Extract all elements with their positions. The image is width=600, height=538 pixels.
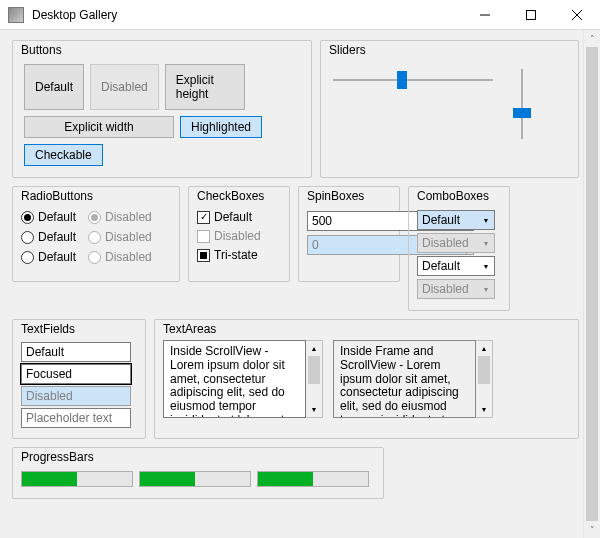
combobox-editable[interactable]: Default▼: [417, 256, 495, 276]
slider-track: [333, 79, 493, 81]
default-button[interactable]: Default: [24, 64, 84, 110]
checkbox-icon: ✓: [197, 211, 210, 224]
scroll-track[interactable]: [476, 356, 492, 402]
button-label: Disabled: [101, 80, 148, 94]
button-label: Default: [35, 80, 73, 94]
group-label: TextAreas: [161, 322, 218, 336]
checkbox-label: Tri-state: [214, 248, 258, 262]
radio-label: Default: [38, 230, 76, 244]
close-button[interactable]: [554, 0, 600, 30]
group-buttons: Buttons Default Disabled Explicit height…: [12, 40, 312, 178]
chevron-down-icon: ▼: [478, 234, 494, 252]
scrollbar[interactable]: ▲ ▼: [306, 340, 323, 418]
group-label: Sliders: [327, 43, 368, 57]
checkbox-option[interactable]: ✓Default: [197, 208, 281, 226]
textfield-focused[interactable]: [21, 364, 131, 384]
radio-icon: [88, 231, 101, 244]
titlebar: Desktop Gallery: [0, 0, 600, 30]
progressbar: [257, 471, 369, 487]
app-icon: [8, 7, 24, 23]
checkbox-option[interactable]: Tri-state: [197, 246, 281, 264]
radio-option-disabled: Disabled: [88, 208, 152, 226]
highlighted-button[interactable]: Highlighted: [180, 116, 262, 138]
radio-icon: [88, 211, 101, 224]
checkable-button[interactable]: Checkable: [24, 144, 103, 166]
button-label: Highlighted: [191, 120, 251, 134]
textfield-default[interactable]: [21, 342, 131, 362]
scroll-track[interactable]: [306, 356, 322, 402]
client-area: Buttons Default Disabled Explicit height…: [0, 30, 600, 538]
radio-option[interactable]: Default: [21, 228, 76, 246]
chevron-down-icon: ▼: [478, 280, 494, 298]
radio-option-disabled: Disabled: [88, 248, 152, 266]
group-progressbars: ProgressBars: [12, 447, 384, 499]
slider-thumb[interactable]: [397, 71, 407, 89]
radio-label: Default: [38, 250, 76, 264]
disabled-button: Disabled: [90, 64, 159, 110]
main-scrollbar[interactable]: ˄ ˅: [583, 30, 600, 538]
scroll-down-icon[interactable]: ▼: [476, 402, 492, 417]
scroll-thumb[interactable]: [586, 47, 598, 521]
window-title: Desktop Gallery: [32, 8, 117, 22]
radio-label: Disabled: [105, 210, 152, 224]
group-comboboxes: ComboBoxes Default▼ Disabled▼ Default▼ D…: [408, 186, 510, 311]
combobox-value: Default: [418, 211, 478, 229]
maximize-button[interactable]: [508, 0, 554, 30]
textarea-content[interactable]: Inside ScrollView - Lorem ipsum dolor si…: [163, 340, 306, 418]
group-checkboxes: CheckBoxes ✓Default Disabled Tri-state: [188, 186, 290, 282]
radio-label: Disabled: [105, 250, 152, 264]
scroll-track[interactable]: [584, 47, 600, 521]
combobox-value: Disabled: [418, 234, 478, 252]
radio-option-disabled: Disabled: [88, 228, 152, 246]
group-textareas: TextAreas Inside ScrollView - Lorem ipsu…: [154, 319, 579, 439]
scroll-up-icon[interactable]: ▲: [476, 341, 492, 356]
checkbox-icon: [197, 230, 210, 243]
scroll-thumb[interactable]: [308, 356, 320, 384]
spinbox[interactable]: ▲▼: [307, 211, 385, 231]
textfield-disabled: [21, 386, 131, 406]
scroll-thumb[interactable]: [478, 356, 490, 384]
progressbar: [21, 471, 133, 487]
scroll-up-icon[interactable]: ˄: [584, 30, 600, 47]
radio-icon: [21, 251, 34, 264]
textfield-placeholder[interactable]: [21, 408, 131, 428]
combobox-disabled: Disabled▼: [417, 233, 495, 253]
combobox-value: Default: [418, 257, 478, 275]
radio-icon: [88, 251, 101, 264]
textarea-content[interactable]: Inside Frame and ScrollView - Lorem ipsu…: [333, 340, 476, 418]
group-label: RadioButtons: [19, 189, 95, 203]
slider-thumb[interactable]: [513, 108, 531, 118]
scroll-down-icon[interactable]: ˅: [584, 521, 600, 538]
horizontal-slider[interactable]: [333, 69, 493, 91]
explicit-width-button[interactable]: Explicit width: [24, 116, 174, 138]
combobox[interactable]: Default▼: [417, 210, 495, 230]
spinbox-disabled: ▲▼: [307, 235, 385, 255]
combobox-value: Disabled: [418, 280, 478, 298]
button-label: Explicit height: [176, 73, 234, 101]
chevron-down-icon: ▼: [478, 211, 494, 229]
group-label: Buttons: [19, 43, 64, 57]
button-label: Explicit width: [64, 120, 133, 134]
progressbar-fill: [140, 472, 195, 486]
explicit-height-button[interactable]: Explicit height: [165, 64, 245, 110]
radio-option[interactable]: Default: [21, 248, 76, 266]
group-spinboxes: SpinBoxes ▲▼ ▲▼: [298, 186, 400, 282]
radio-label: Default: [38, 210, 76, 224]
textarea-scrollview: Inside ScrollView - Lorem ipsum dolor si…: [163, 340, 323, 418]
progressbar-fill: [22, 472, 77, 486]
scroll-up-icon[interactable]: ▲: [306, 341, 322, 356]
vertical-slider[interactable]: [511, 69, 533, 139]
chevron-down-icon: ▼: [478, 257, 494, 275]
group-label: ComboBoxes: [415, 189, 491, 203]
progressbar: [139, 471, 251, 487]
radio-label: Disabled: [105, 230, 152, 244]
group-radiobuttons: RadioButtons Default Default Default Dis…: [12, 186, 180, 282]
scrollbar[interactable]: ▲ ▼: [476, 340, 493, 418]
minimize-button[interactable]: [462, 0, 508, 30]
progressbar-fill: [258, 472, 313, 486]
checkbox-label: Default: [214, 210, 252, 224]
group-label: SpinBoxes: [305, 189, 366, 203]
scroll-down-icon[interactable]: ▼: [306, 402, 322, 417]
button-label: Checkable: [35, 148, 92, 162]
radio-option[interactable]: Default: [21, 208, 76, 226]
